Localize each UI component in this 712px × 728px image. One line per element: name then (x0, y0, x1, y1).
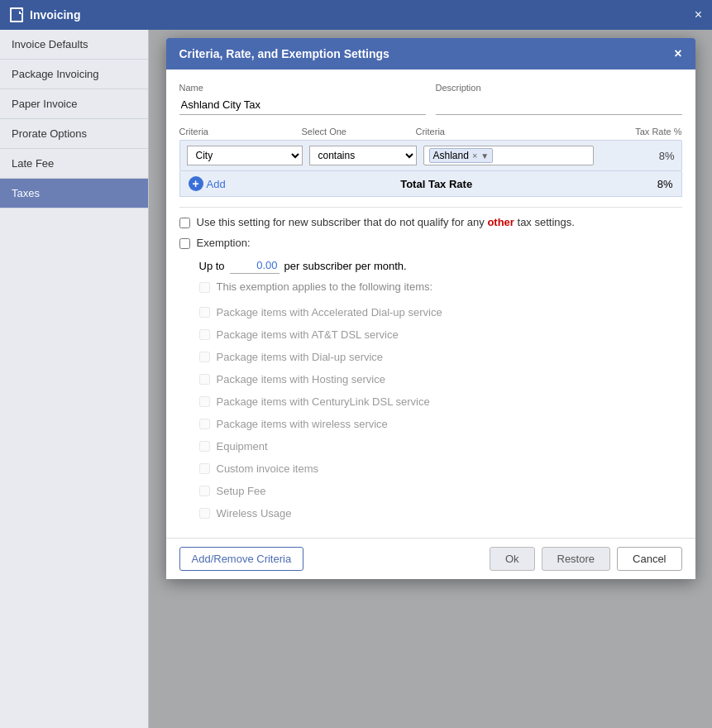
content-area: Criteria, Rate, and Exemption Settings ×… (149, 30, 712, 728)
name-description-row: Name Description (179, 83, 682, 115)
description-field-group: Description (436, 83, 682, 115)
list-item: Package items with Dial-up service (199, 346, 682, 368)
app-close-button[interactable]: × (695, 7, 702, 22)
per-subscriber-label: per subscriber per month. (284, 260, 407, 272)
item-label-centurylink-dsl: Package items with CenturyLink DSL servi… (217, 395, 430, 408)
criteria-section: Criteria Select One Criteria Tax Rate % … (179, 127, 682, 197)
criteria-operator-select[interactable]: contains (309, 146, 417, 165)
modal-body: Name Description Criteria Sel (166, 69, 695, 538)
criteria-value-tag: Ashland × ▼ (429, 148, 494, 163)
item-checkbox-hosting[interactable] (199, 374, 210, 385)
list-item: Package items with AT&T DSL service (199, 323, 682, 346)
item-label-custom-invoice: Custom invoice items (217, 462, 319, 475)
item-checkbox-custom-invoice[interactable] (199, 463, 210, 474)
list-item: Package items with CenturyLink DSL servi… (199, 390, 682, 413)
modal-close-button[interactable]: × (674, 46, 681, 61)
items-section: Package items with Accelerated Dial-up s… (179, 301, 682, 524)
exemption-label: Exemption: (197, 237, 251, 249)
item-checkbox-equipment[interactable] (199, 441, 210, 452)
up-to-label: Up to (199, 260, 225, 272)
modal-footer: Add/Remove Criteria Ok Restore Cancel (166, 538, 695, 579)
sidebar-item-paper-invoice[interactable]: Paper Invoice (0, 89, 148, 119)
item-checkbox-dialup[interactable] (199, 352, 210, 362)
name-input[interactable] (179, 95, 426, 115)
sidebar-item-taxes[interactable]: Taxes (0, 179, 148, 208)
item-checkbox-wireless[interactable] (199, 419, 210, 429)
list-item: Setup Fee (199, 480, 682, 502)
list-item: Custom invoice items (199, 457, 682, 480)
new-subscriber-row: Use this setting for new subscriber that… (179, 216, 682, 228)
items-list: Package items with Accelerated Dial-up s… (199, 301, 682, 524)
applies-checkbox[interactable] (199, 282, 210, 293)
list-item: Package items with Hosting service (199, 368, 682, 390)
tag-dropdown-icon[interactable]: ▼ (480, 151, 489, 160)
sidebar-item-prorate-options[interactable]: Prorate Options (0, 119, 148, 149)
ok-button[interactable]: Ok (490, 547, 535, 571)
cancel-button[interactable]: Cancel (617, 547, 681, 571)
modal-overlay: Criteria, Rate, and Exemption Settings ×… (149, 30, 712, 728)
sidebar: Invoice Defaults Package Invoicing Paper… (0, 30, 149, 728)
item-label-wireless-usage: Wireless Usage (217, 507, 292, 520)
tax-rate-value: 8% (600, 150, 675, 162)
app-header: Invoicing × (0, 0, 712, 30)
sidebar-item-package-invoicing[interactable]: Package Invoicing (0, 60, 148, 89)
item-label-wireless: Package items with wireless service (217, 418, 388, 430)
criteria-data-row: City contains Ashland × ▼ (179, 140, 682, 171)
add-total-row: + Add Total Tax Rate 8% (179, 171, 682, 197)
item-checkbox-wireless-usage[interactable] (199, 508, 210, 519)
item-checkbox-setup-fee[interactable] (199, 486, 210, 496)
description-input[interactable] (436, 95, 682, 115)
criteria2-col-header: Criteria (416, 127, 601, 136)
exemption-amount-input[interactable] (230, 257, 280, 274)
item-label-dialup: Package items with Dial-up service (217, 351, 384, 363)
exemption-row: Exemption: (179, 237, 682, 249)
item-label-equipment: Equipment (217, 440, 268, 453)
criteria-col-header: Criteria (179, 127, 295, 136)
name-label: Name (179, 83, 426, 93)
list-item: Package items with Accelerated Dial-up s… (199, 301, 682, 323)
item-checkbox-accelerated-dialup[interactable] (199, 307, 210, 318)
item-label-hosting: Package items with Hosting service (217, 373, 385, 386)
description-label: Description (436, 83, 682, 93)
modal-header: Criteria, Rate, and Exemption Settings × (166, 38, 695, 69)
new-subscriber-label: Use this setting for new subscriber that… (197, 216, 575, 228)
app-title-text: Invoicing (30, 8, 80, 22)
doc-icon (10, 7, 23, 22)
exemption-checkbox[interactable] (179, 238, 190, 249)
list-item: Equipment (199, 435, 682, 457)
restore-button[interactable]: Restore (542, 547, 611, 571)
exemption-amount-row: Up to per subscriber per month. (199, 257, 682, 274)
criteria-header-row: Criteria Select One Criteria Tax Rate % (179, 127, 682, 136)
criteria-value-wrap: Ashland × ▼ (423, 146, 594, 165)
divider-1 (179, 207, 682, 208)
exemption-section: Up to per subscriber per month. This exe… (199, 257, 682, 293)
tag-value: Ashland (433, 150, 469, 161)
add-criteria-button[interactable]: + Add (189, 176, 226, 191)
item-label-accelerated-dialup: Package items with Accelerated Dial-up s… (217, 306, 442, 318)
criteria-select[interactable]: City (187, 146, 303, 165)
tag-close-icon[interactable]: × (472, 151, 477, 160)
main-layout: Invoice Defaults Package Invoicing Paper… (0, 30, 712, 728)
list-item: Wireless Usage (199, 502, 682, 524)
tax-rate-col-header: Tax Rate % (608, 127, 682, 136)
total-tax-label: Total Tax Rate (400, 178, 472, 190)
total-tax-value: 8% (657, 178, 673, 190)
item-label-att-dsl: Package items with AT&T DSL service (217, 328, 399, 341)
add-icon: + (189, 176, 203, 191)
item-checkbox-att-dsl[interactable] (199, 329, 210, 340)
applies-label: This exemption applies to the following … (217, 280, 433, 293)
modal-title: Criteria, Rate, and Exemption Settings (179, 47, 389, 60)
add-label: Add (207, 178, 226, 190)
name-field-group: Name (179, 83, 426, 115)
sidebar-item-invoice-defaults[interactable]: Invoice Defaults (0, 30, 148, 60)
new-subscriber-checkbox[interactable] (179, 218, 190, 228)
item-label-setup-fee: Setup Fee (217, 485, 266, 497)
item-checkbox-centurylink-dsl[interactable] (199, 396, 210, 407)
app-title: Invoicing (10, 7, 80, 22)
sidebar-item-late-fee[interactable]: Late Fee (0, 149, 148, 179)
modal: Criteria, Rate, and Exemption Settings ×… (166, 38, 695, 579)
select-one-col-header: Select One (302, 127, 409, 136)
list-item: Package items with wireless service (199, 413, 682, 435)
add-remove-criteria-button[interactable]: Add/Remove Criteria (179, 547, 304, 571)
applies-to-row: This exemption applies to the following … (199, 280, 682, 293)
